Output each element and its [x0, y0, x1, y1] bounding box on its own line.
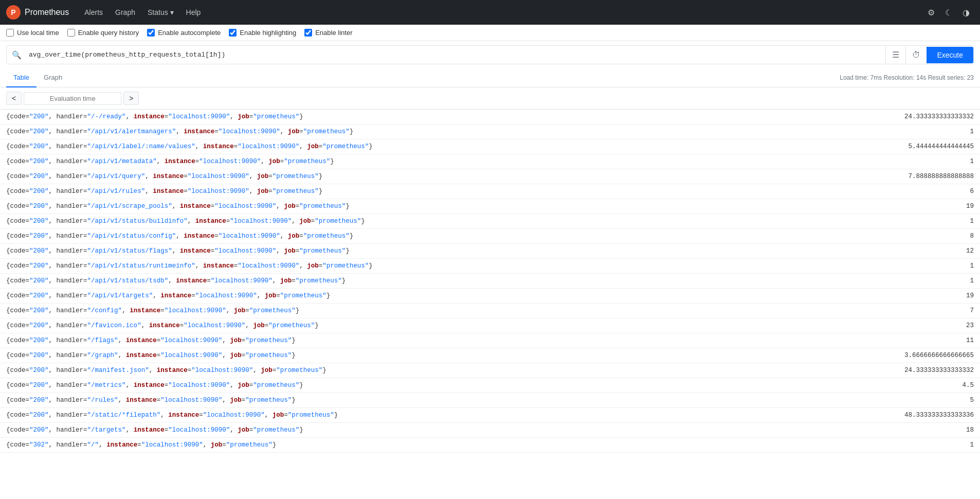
- nav-links: Alerts Graph Status ▾ Help: [79, 5, 206, 20]
- row-value: 24.333333333333332: [806, 110, 980, 124]
- search-icon: 🔍: [7, 50, 27, 60]
- eval-prev-btn[interactable]: <: [6, 92, 22, 105]
- settings-icon-btn[interactable]: ⚙: [923, 5, 939, 21]
- row-labels: {code="200", handler="/api/v1/metadata",…: [0, 154, 806, 169]
- enable-autocomplete-text: Enable autocomplete: [158, 29, 221, 37]
- row-labels: {code="200", handler="/rules", instance=…: [0, 393, 806, 408]
- row-labels: {code="200", handler="/metrics", instanc…: [0, 378, 806, 393]
- enable-highlighting-checkbox[interactable]: [229, 29, 237, 37]
- row-value: 1: [806, 154, 980, 169]
- row-value: 12: [806, 244, 980, 259]
- enable-query-history-checkbox[interactable]: [67, 29, 75, 37]
- eval-next-btn[interactable]: >: [123, 92, 139, 105]
- row-labels: {code="200", handler="/api/v1/query", in…: [0, 169, 806, 184]
- nav-status[interactable]: Status ▾: [142, 5, 179, 20]
- row-value: 11: [806, 333, 980, 348]
- moon-icon-btn[interactable]: ☾: [941, 5, 956, 21]
- tab-table[interactable]: Table: [6, 68, 37, 87]
- row-value: 19: [806, 289, 980, 304]
- enable-query-history-label[interactable]: Enable query history: [67, 29, 139, 37]
- tab-graph[interactable]: Graph: [37, 68, 69, 87]
- row-value: 23: [806, 318, 980, 333]
- brand-name: Prometheus: [25, 8, 69, 17]
- nav-graph[interactable]: Graph: [110, 5, 140, 20]
- nav-help[interactable]: Help: [181, 5, 206, 20]
- tabs-bar: Table Graph Load time: 7ms Resolution: 1…: [0, 68, 980, 87]
- row-value: 8: [806, 229, 980, 244]
- contrast-icon-btn[interactable]: ◑: [958, 5, 974, 21]
- table-row: {code="200", handler="/api/v1/status/bui…: [0, 214, 980, 229]
- history-icon-btn[interactable]: ⏱: [905, 46, 927, 64]
- table-row: {code="200", handler="/static/*filepath"…: [0, 408, 980, 423]
- navbar-right: ⚙ ☾ ◑: [923, 5, 974, 21]
- enable-highlighting-label[interactable]: Enable highlighting: [229, 29, 296, 37]
- search-input[interactable]: [27, 47, 885, 63]
- row-value: 7.888888888888888: [806, 169, 980, 184]
- row-labels: {code="200", handler="/api/v1/targets", …: [0, 289, 806, 304]
- row-labels: {code="200", handler="/favicon.ico", ins…: [0, 318, 806, 333]
- tab-meta: Load time: 7ms Resolution: 14s Result se…: [840, 69, 974, 86]
- eval-time-input[interactable]: [24, 92, 121, 105]
- table-row: {code="200", handler="/api/v1/scrape_poo…: [0, 199, 980, 214]
- brand-link[interactable]: P Prometheus: [6, 5, 69, 20]
- execute-button[interactable]: Execute: [927, 47, 973, 63]
- table-row: {code="200", handler="/config", instance…: [0, 304, 980, 318]
- row-labels: {code="200", handler="/api/v1/status/fla…: [0, 244, 806, 259]
- enable-autocomplete-checkbox[interactable]: [147, 29, 155, 37]
- row-value: 19: [806, 199, 980, 214]
- table-row: {code="200", handler="/api/v1/targets", …: [0, 289, 980, 304]
- enable-linter-label[interactable]: Enable linter: [304, 29, 352, 37]
- enable-query-history-text: Enable query history: [78, 29, 139, 37]
- search-actions: ☰ ⏱ Execute: [885, 46, 973, 64]
- use-local-time-checkbox[interactable]: [6, 29, 14, 37]
- row-labels: {code="200", handler="/api/v1/status/tsd…: [0, 274, 806, 289]
- row-value: 5: [806, 393, 980, 408]
- row-value: 1: [806, 124, 980, 139]
- row-value: 48.333333333333336: [806, 408, 980, 423]
- row-value: 3.6666666666666665: [806, 348, 980, 363]
- row-labels: {code="200", handler="/config", instance…: [0, 304, 806, 318]
- row-value: 5.444444444444445: [806, 139, 980, 154]
- enable-autocomplete-label[interactable]: Enable autocomplete: [147, 29, 221, 37]
- table-row: {code="200", handler="/flags", instance=…: [0, 333, 980, 348]
- row-labels: {code="200", handler="/graph", instance=…: [0, 348, 806, 363]
- enable-highlighting-text: Enable highlighting: [240, 29, 296, 37]
- row-value: 1: [806, 259, 980, 274]
- row-labels: {code="200", handler="/static/*filepath"…: [0, 408, 806, 423]
- table-row: {code="200", handler="/graph", instance=…: [0, 348, 980, 363]
- row-labels: {code="200", handler="/-/ready", instanc…: [0, 110, 806, 124]
- enable-linter-checkbox[interactable]: [304, 29, 312, 37]
- eval-bar: < >: [0, 87, 980, 110]
- row-value: 18: [806, 423, 980, 438]
- use-local-time-label[interactable]: Use local time: [6, 29, 59, 37]
- table-row: {code="200", handler="/api/v1/status/run…: [0, 259, 980, 274]
- row-value: 6: [806, 184, 980, 199]
- table-row: {code="200", handler="/manifest.json", i…: [0, 363, 980, 378]
- row-value: 1: [806, 438, 980, 453]
- row-value: 7: [806, 304, 980, 318]
- row-labels: {code="200", handler="/api/v1/status/run…: [0, 259, 806, 274]
- table-row: {code="200", handler="/rules", instance=…: [0, 393, 980, 408]
- row-labels: {code="200", handler="/flags", instance=…: [0, 333, 806, 348]
- search-bar: 🔍 ☰ ⏱ Execute: [6, 45, 974, 64]
- table-row: {code="200", handler="/api/v1/metadata",…: [0, 154, 980, 169]
- nav-alerts[interactable]: Alerts: [79, 5, 108, 20]
- navbar: P Prometheus Alerts Graph Status ▾ Help …: [0, 0, 980, 25]
- row-labels: {code="200", handler="/api/v1/label/:nam…: [0, 139, 806, 154]
- row-labels: {code="200", handler="/targets", instanc…: [0, 423, 806, 438]
- table-row: {code="200", handler="/api/v1/rules", in…: [0, 184, 980, 199]
- row-labels: {code="200", handler="/api/v1/scrape_poo…: [0, 199, 806, 214]
- results-table: {code="200", handler="/-/ready", instanc…: [0, 110, 980, 453]
- list-icon-btn[interactable]: ☰: [885, 46, 905, 64]
- row-value: 4.5: [806, 378, 980, 393]
- options-bar: Use local time Enable query history Enab…: [0, 25, 980, 41]
- row-labels: {code="200", handler="/manifest.json", i…: [0, 363, 806, 378]
- table-row: {code="200", handler="/api/v1/label/:nam…: [0, 139, 980, 154]
- row-labels: {code="200", handler="/api/v1/status/bui…: [0, 214, 806, 229]
- row-value: 1: [806, 274, 980, 289]
- row-value: 24.333333333333332: [806, 363, 980, 378]
- row-labels: {code="200", handler="/api/v1/status/con…: [0, 229, 806, 244]
- results-container: {code="200", handler="/-/ready", instanc…: [0, 110, 980, 453]
- enable-linter-text: Enable linter: [315, 29, 352, 37]
- brand-logo: P: [6, 5, 21, 20]
